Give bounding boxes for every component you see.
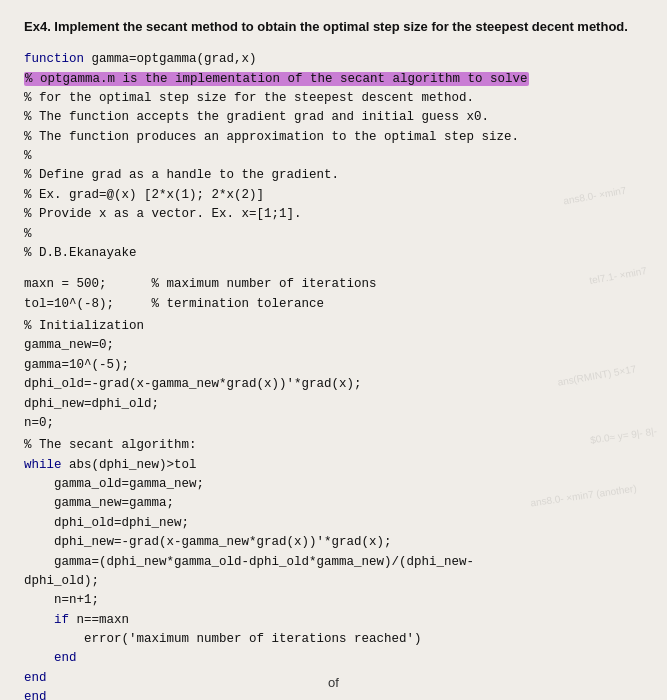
code-line-if: if n==maxn — [24, 611, 643, 630]
code-line-gamma-new-0: gamma_new=0; — [24, 336, 643, 355]
code-line-comment-ex1: % Ex. grad=@(x) [2*x(1); 2*x(2)] — [24, 186, 643, 205]
code-line-while: while abs(dphi_new)>tol — [24, 456, 643, 475]
exercise-title: Ex4. Implement the secant method to obta… — [24, 18, 643, 36]
code-line-comment-init: % Initialization — [24, 317, 643, 336]
pagination-of: of — [328, 675, 339, 690]
code-line-fn-def: function gamma=optgamma(grad,x) — [24, 50, 643, 69]
code-line-comment-accepts: % The function accepts the gradient grad… — [24, 108, 643, 127]
code-line-tol: tol=10^(-8); % termination tolerance — [24, 295, 643, 314]
code-line-comment-produces: % The function produces an approximation… — [24, 128, 643, 147]
code-block: function gamma=optgamma(grad,x) % optgam… — [24, 50, 643, 700]
code-line-comment-impl: % optgamma.m is the implementation of th… — [24, 70, 643, 89]
code-line-n-inc: n=n+1; — [24, 591, 643, 610]
code-line-gamma-init: gamma=10^(-5); — [24, 356, 643, 375]
code-line-end-if: end — [24, 649, 643, 668]
code-line-blank1: % — [24, 147, 643, 166]
code-line-comment-provide: % Provide x as a vector. Ex. x=[1;1]. — [24, 205, 643, 224]
code-line-comment-secant: % The secant algorithm: — [24, 436, 643, 455]
code-line-maxn: maxn = 500; % maximum number of iteratio… — [24, 275, 643, 294]
code-line-n-0: n=0; — [24, 414, 643, 433]
code-line-blank2: % — [24, 225, 643, 244]
code-line-dphi-new: dphi_new=dphi_old; — [24, 395, 643, 414]
code-line-comment-define: % Define grad as a handle to the gradien… — [24, 166, 643, 185]
code-line-comment-step: % for the optimal step size for the stee… — [24, 89, 643, 108]
code-line-author: % D.B.Ekanayake — [24, 244, 643, 263]
code-line-dphi-old: dphi_old=-grad(x-gamma_new*grad(x))'*gra… — [24, 375, 643, 394]
code-line-dphi-old-set: dphi_old=dphi_new; — [24, 514, 643, 533]
code-line-gamma-old-set: gamma_old=gamma_new; — [24, 475, 643, 494]
code-line-gamma-calc: gamma=(dphi_new*gamma_old-dphi_old*gamma… — [24, 553, 643, 572]
code-line-error: error('maximum number of iterations reac… — [24, 630, 643, 649]
page-content: ans8.0- ×min7 tel7.1- ×min7 ans(RMINT) 5… — [0, 0, 667, 700]
code-line-dphi-new-calc: dphi_new=-grad(x-gamma_new*grad(x))'*gra… — [24, 533, 643, 552]
code-line-gamma-new-set: gamma_new=gamma; — [24, 494, 643, 513]
code-line-dphi-old2: dphi_old); — [24, 572, 643, 591]
pagination-bar: of — [0, 675, 667, 690]
